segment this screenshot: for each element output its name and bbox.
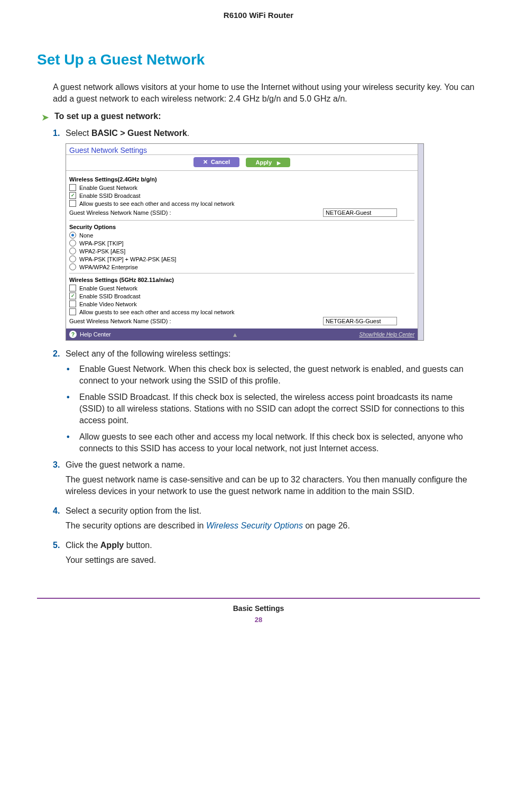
radio-wpa-ent-label: WPA/WPA2 Enterprise: [79, 264, 138, 270]
cb-enable-video-5[interactable]: [69, 300, 76, 307]
step-3-number: 3.: [53, 459, 66, 471]
footer-page-number: 28: [37, 616, 480, 624]
cb-enable-ssid-24-label: Enable SSID Broadcast: [79, 193, 141, 199]
footer-section: Basic Settings: [37, 604, 480, 613]
bullet-3-dot: •: [67, 431, 79, 443]
step-1-number: 1.: [53, 127, 66, 139]
bullet-3-text: Allow guests to see each other and acces…: [79, 431, 480, 455]
step-4-para-prefix: The security options are described in: [66, 521, 206, 530]
cb-enable-guest-5-label: Enable Guest Network: [79, 285, 137, 291]
cb-enable-ssid-24[interactable]: [69, 192, 76, 199]
apply-label: Apply: [255, 159, 272, 166]
cb-allow-guests-5-label: Allow guests to see each other and acces…: [79, 309, 234, 315]
bullet-1-text: Enable Guest Network. When this check bo…: [79, 363, 480, 387]
cb-enable-ssid-5-label: Enable SSID Broadcast: [79, 293, 141, 299]
bullet-1-dot: •: [67, 363, 79, 375]
bullet-2-dot: •: [67, 391, 79, 403]
close-icon: ✕: [203, 159, 208, 165]
step-4-number: 4.: [53, 505, 66, 517]
wireless-security-link[interactable]: Wireless Security Options: [206, 521, 303, 530]
step-2-number: 2.: [53, 348, 66, 360]
step-1-bold: BASIC > Guest Network: [91, 129, 187, 138]
step-5-number: 5.: [53, 540, 66, 551]
radio-wpa-ent[interactable]: [69, 263, 76, 270]
radio-wpa2-aes[interactable]: [69, 248, 76, 254]
cb-enable-ssid-5[interactable]: [69, 293, 76, 299]
ssid-5-label: Guest Wireless Network Name (SSID) :: [69, 318, 323, 324]
cancel-button[interactable]: ✕Cancel: [193, 157, 239, 167]
cb-enable-guest-24[interactable]: [69, 184, 76, 191]
step-5-bold: Apply: [100, 541, 124, 550]
step-5-suffix: button.: [124, 541, 152, 550]
ssid-24-label: Guest Wireless Network Name (SSID) :: [69, 209, 323, 216]
step-3-para: The guest network name is case-sensitive…: [66, 474, 480, 498]
bullet-1-bold: Enable Guest Network: [79, 364, 164, 373]
step-4-para-suffix: on page 26.: [303, 521, 350, 530]
apply-button[interactable]: Apply▶: [246, 158, 290, 167]
task-arrow-icon: ➤: [41, 112, 49, 123]
radio-none[interactable]: [69, 232, 76, 239]
arrow-right-icon: ▶: [277, 160, 281, 166]
step-4-text: Select a security option from the list.: [66, 505, 480, 517]
task-heading: To set up a guest network:: [54, 112, 161, 121]
page-footer: Basic Settings 28: [37, 598, 480, 624]
step-5-prefix: Click the: [66, 541, 100, 550]
ssid-24-input[interactable]: NETGEAR-Guest: [323, 208, 397, 217]
step-5-para: Your settings are saved.: [66, 554, 480, 566]
section-heading: Set Up a Guest Network: [37, 51, 480, 68]
step-2-text: Select any of the following wireless set…: [66, 348, 480, 360]
ss-title: Guest Network Settings: [66, 144, 418, 155]
radio-wpa-tkip-label: WPA-PSK [TKIP]: [79, 240, 124, 247]
help-center-label: Help Center: [80, 331, 111, 337]
ss-24ghz-heading: Wireless Settings(2.4GHz b/g/n): [69, 176, 414, 183]
scrollbar[interactable]: [418, 144, 423, 340]
bullet-2-bold: Enable SSID Broadcast: [79, 393, 168, 402]
cb-allow-guests-24-label: Allow guests to see each other and acces…: [79, 200, 234, 207]
bullet-3-bold: Allow guests to see each other and acces…: [79, 432, 305, 441]
doc-header: R6100 WiFi Router: [37, 11, 480, 20]
step-4-para: The security options are described in Wi…: [66, 520, 480, 532]
intro-paragraph: A guest network allows visitors at your …: [53, 81, 480, 105]
radio-none-label: None: [79, 232, 93, 239]
cb-enable-guest-5[interactable]: [69, 285, 76, 291]
cb-enable-video-5-label: Enable Video Network: [79, 301, 137, 307]
cb-allow-guests-24[interactable]: [69, 200, 76, 207]
step-1-text: Select BASIC > Guest Network.: [66, 127, 480, 139]
radio-wpa-mix[interactable]: [69, 256, 76, 262]
help-icon[interactable]: ?: [69, 331, 77, 338]
radio-wpa2-aes-label: WPA2-PSK [AES]: [79, 248, 125, 254]
cancel-label: Cancel: [211, 159, 230, 165]
step-5-text: Click the Apply button.: [66, 540, 480, 551]
cb-allow-guests-5[interactable]: [69, 308, 76, 315]
guest-network-screenshot: Guest Network Settings ✕Cancel Apply▶ Wi…: [66, 143, 424, 341]
step-1-prefix: Select: [66, 129, 91, 138]
help-toggle-link[interactable]: Show/Hide Help Center: [359, 332, 415, 337]
cb-enable-guest-24-label: Enable Guest Network: [79, 185, 137, 191]
radio-wpa-tkip[interactable]: [69, 240, 76, 247]
ss-security-heading: Security Options: [69, 224, 414, 230]
ss-5ghz-heading: Wireless Settings (5GHz 802.11a/n/ac): [69, 277, 414, 283]
step-1-suffix: .: [187, 129, 189, 138]
chevron-up-icon[interactable]: ▴: [111, 330, 359, 339]
radio-wpa-mix-label: WPA-PSK [TKIP] + WPA2-PSK [AES]: [79, 256, 176, 262]
ssid-5-input[interactable]: NETGEAR-5G-Guest: [323, 317, 397, 325]
step-3-text: Give the guest network a name.: [66, 459, 480, 471]
bullet-2-text: Enable SSID Broadcast. If this check box…: [79, 391, 480, 427]
